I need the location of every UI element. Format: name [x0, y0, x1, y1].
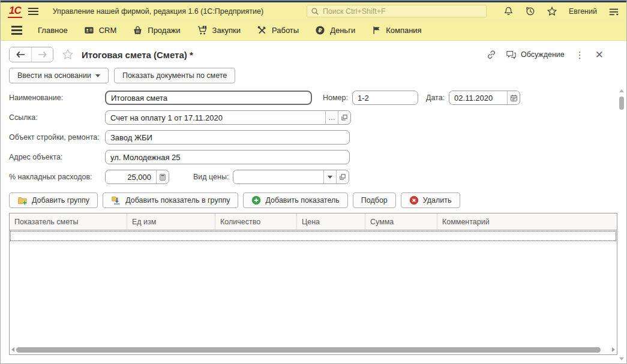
column-header-comment[interactable]: Комментарий [437, 213, 617, 230]
search-input[interactable] [323, 7, 482, 16]
column-header-sum[interactable]: Сумма [365, 213, 437, 230]
open-icon [339, 173, 346, 181]
vertical-scroll-thumb[interactable] [619, 97, 624, 110]
favorites-star-icon[interactable] [547, 6, 557, 17]
sections-menu-icon[interactable] [11, 24, 22, 37]
name-input[interactable] [105, 91, 312, 105]
name-label: Наименование: [9, 94, 105, 102]
discussion-label: Обсуждение [521, 50, 565, 59]
add-group-folder-icon [17, 195, 28, 205]
table-active-empty-row[interactable] [10, 231, 616, 241]
overhead-input[interactable] [106, 170, 156, 183]
scroll-down-icon[interactable] [619, 357, 624, 360]
section-sales[interactable]: Продажи [133, 25, 180, 35]
form-row-link: Ссылка: … [9, 110, 618, 125]
column-header-unit[interactable]: Ед изм [127, 213, 215, 230]
document-title: Итоговая смета (Смета) * [82, 50, 193, 60]
one-c-logo: 1С [8, 5, 22, 18]
delete-button[interactable]: Удалить [401, 192, 460, 208]
close-icon[interactable]: ✕ [595, 50, 604, 60]
estimate-table: Показатель сметы Ед изм Количество Цена … [9, 213, 617, 355]
section-money[interactable]: ₽ Деньги [315, 25, 355, 35]
money-ruble-icon: ₽ [315, 25, 325, 35]
link-input[interactable] [106, 111, 325, 124]
column-header-indicator[interactable]: Показатель сметы [10, 213, 127, 230]
document-header: Итоговая смета (Смета) * Обсуждение ⋮ ✕ [9, 46, 618, 63]
discussion-button[interactable]: Обсуждение [506, 50, 565, 59]
delete-label: Удалить [423, 196, 452, 204]
history-icon[interactable] [525, 6, 535, 16]
calendar-button[interactable] [507, 91, 520, 104]
notifications-bell-icon[interactable] [503, 6, 514, 16]
section-works[interactable]: Работы [257, 25, 299, 35]
link-input-group: … [105, 110, 351, 125]
create-based-on-button[interactable]: Ввести на основании [9, 68, 109, 83]
section-sales-label: Продажи [148, 26, 180, 35]
back-arrow-icon [16, 51, 25, 58]
address-input[interactable] [105, 150, 350, 164]
add-indicator-to-group-label: Добавить показатель в группу [125, 196, 230, 204]
add-indicator-button[interactable]: Добавить показатель [243, 192, 347, 208]
section-crm[interactable]: CRM [84, 25, 117, 35]
titlebar-icons: Евгений [503, 6, 619, 17]
link-open-button[interactable] [338, 111, 350, 124]
calculator-icon [159, 173, 166, 181]
add-plus-icon [251, 195, 261, 205]
object-input[interactable] [105, 130, 350, 145]
add-indicator-to-group-button[interactable]: Добавить показатель в группу [103, 192, 238, 208]
section-main-label: Главное [38, 26, 68, 35]
price-kind-dropdown-button[interactable] [323, 170, 336, 183]
scroll-up-icon[interactable] [619, 89, 624, 92]
price-kind-input[interactable] [233, 170, 323, 183]
more-actions-icon[interactable]: ⋮ [574, 50, 586, 59]
delete-x-icon [409, 195, 419, 205]
section-company[interactable]: Компания [371, 25, 422, 35]
number-label: Номер: [323, 94, 348, 102]
number-input[interactable] [352, 91, 418, 105]
address-label: Адрес объекта: [9, 153, 105, 161]
command-bar: Ввести на основании Показать документы п… [9, 68, 618, 83]
global-search[interactable] [307, 5, 487, 17]
show-documents-button[interactable]: Показать документы по смете [114, 68, 235, 83]
horizontal-scrollbar[interactable] [11, 346, 615, 353]
object-label: Объект стройки, ремонта: [9, 133, 105, 142]
current-user[interactable]: Евгений [569, 7, 597, 16]
form-row-overhead: % накладных расходов: Вид цены: [9, 170, 618, 184]
create-based-on-label: Ввести на основании [17, 71, 91, 80]
section-purchases[interactable]: Закупки [197, 25, 241, 35]
dropdown-caret-icon [95, 74, 100, 77]
scroll-left-icon[interactable] [11, 347, 14, 352]
section-works-label: Работы [272, 26, 299, 35]
app-window: 1С Управление нашей фирмой, редакция 1.6… [0, 0, 627, 364]
back-button[interactable] [10, 47, 31, 62]
discussion-bubbles-icon [506, 50, 517, 59]
purchases-cart-icon [197, 25, 208, 35]
link-label: Ссылка: [9, 113, 105, 122]
forward-button[interactable] [31, 47, 53, 62]
scroll-right-icon[interactable] [612, 347, 615, 352]
price-kind-label: Вид цены: [193, 173, 229, 181]
date-input[interactable] [449, 91, 507, 104]
overhead-input-group [105, 170, 169, 184]
table-toolbar: Добавить группу Добавить показатель в гр… [9, 192, 618, 208]
service-menu-icon[interactable] [608, 7, 619, 16]
price-kind-group [233, 170, 349, 184]
section-main[interactable]: Главное [38, 26, 68, 35]
main-menu-icon[interactable] [28, 6, 38, 17]
show-documents-label: Показать документы по смете [122, 71, 227, 80]
section-company-label: Компания [386, 26, 422, 35]
company-flag-icon [371, 25, 381, 35]
vertical-scrollbar[interactable] [618, 89, 625, 360]
favorite-star-icon[interactable] [62, 49, 74, 61]
link-choose-button[interactable]: … [325, 111, 338, 124]
column-header-price[interactable]: Цена [297, 213, 365, 230]
calculator-button[interactable] [156, 170, 169, 183]
pick-button[interactable]: Подбор [353, 192, 396, 208]
column-header-quantity[interactable]: Количество [215, 213, 297, 230]
add-group-button[interactable]: Добавить группу [9, 192, 98, 208]
link-icon[interactable] [486, 49, 497, 60]
section-crm-label: CRM [99, 26, 117, 35]
price-kind-open-button[interactable] [336, 170, 349, 183]
horizontal-scroll-thumb[interactable] [16, 347, 601, 353]
document-form: Наименование: Номер: Дата: Ссылка: [9, 91, 618, 184]
